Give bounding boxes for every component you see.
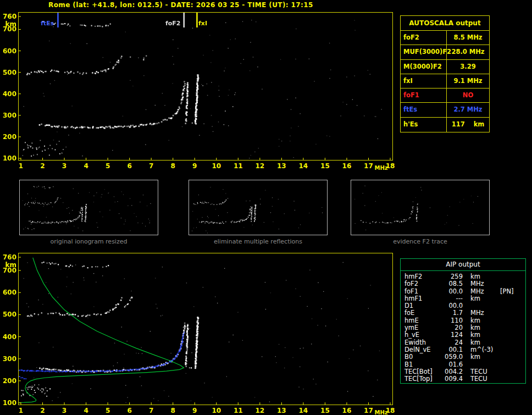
aip-param-value: 00.0 bbox=[439, 288, 463, 295]
aip-param-name: ymE bbox=[404, 324, 439, 331]
autoscala-row: foF28.5 MHz bbox=[401, 31, 489, 45]
aip-param-name: TEC[Bot] bbox=[404, 368, 439, 375]
aip-param-name: hmF2 bbox=[404, 273, 439, 280]
autoscala-row: h'Es117 km bbox=[401, 118, 489, 132]
autoscala-param-value: 28.0 MHz bbox=[447, 45, 489, 59]
aip-param-unit: km bbox=[463, 273, 496, 280]
aip-row: B101.6 bbox=[404, 361, 525, 368]
thumb-f2-trace bbox=[351, 180, 490, 235]
thumb-no-multiples-canvas bbox=[189, 180, 327, 235]
autoscala-param-value: 3.29 bbox=[447, 60, 489, 74]
autoscala-param-label: M(3000)F2 bbox=[401, 60, 447, 74]
xtick-label: 8 bbox=[167, 162, 180, 170]
aip-row: TEC[Bot]004.2TECU bbox=[404, 368, 525, 375]
aip-param-value: 24 bbox=[439, 339, 463, 346]
aip-param-unit bbox=[463, 361, 496, 368]
xtick-label: 3 bbox=[58, 407, 71, 414]
ytick-label: 400 bbox=[1, 90, 16, 98]
aip-param-value: 110 bbox=[439, 317, 463, 324]
aip-param-value: 009.4 bbox=[439, 375, 463, 383]
aip-header: AIP output bbox=[401, 259, 525, 271]
aip-param-extra bbox=[496, 339, 525, 346]
thumb-original-canvas bbox=[20, 180, 158, 235]
xtick-label: 13 bbox=[275, 162, 288, 170]
aip-param-unit: TECU bbox=[463, 375, 496, 383]
autoscala-rows: foF28.5 MHzMUF(3000)F228.0 MHzM(3000)F23… bbox=[401, 31, 489, 132]
aip-row: Ewidth24km bbox=[404, 339, 525, 346]
x-unit-label: MHz bbox=[374, 410, 390, 415]
ytick-label: 200 bbox=[1, 133, 16, 141]
bottom-ionogram-canvas bbox=[19, 253, 392, 405]
aip-param-extra bbox=[496, 331, 525, 339]
autoscala-param-value: 2.7 MHz bbox=[447, 103, 489, 117]
xtick-label: 4 bbox=[80, 407, 93, 414]
aip-param-name: TEC[Top] bbox=[404, 375, 439, 383]
aip-param-value: 20 bbox=[439, 324, 463, 331]
aip-param-unit: m^(-3) bbox=[463, 346, 496, 353]
ytick-label: 100 bbox=[1, 399, 16, 407]
y-unit-label: km bbox=[1, 20, 16, 28]
autoscala-row: MUF(3000)F228.0 MHz bbox=[401, 45, 489, 59]
ytick-label: 760 bbox=[1, 13, 16, 20]
foF2-marker-label: foF2 bbox=[165, 20, 182, 27]
aip-row: ymE20km bbox=[404, 324, 525, 331]
aip-row: foF100.0MHz[PN] bbox=[404, 288, 525, 295]
xtick-label: 1 bbox=[14, 407, 27, 414]
aip-param-name: B1 bbox=[404, 361, 439, 368]
autoscala-param-label: ftEs bbox=[401, 103, 447, 117]
xtick-label: 7 bbox=[145, 162, 158, 170]
xtick-label: 15 bbox=[318, 407, 331, 414]
aip-param-extra bbox=[496, 361, 525, 368]
thumb-f2-trace-canvas bbox=[351, 180, 489, 235]
aip-param-unit: TECU bbox=[463, 368, 496, 375]
xtick-label: 17 bbox=[362, 407, 375, 414]
aip-param-name: DelN_vE bbox=[404, 346, 439, 353]
autoscala-table-header: AUTOSCALA output bbox=[401, 16, 489, 31]
x-unit-label: MHz bbox=[374, 165, 390, 171]
autoscala-param-value: 117 km bbox=[447, 118, 489, 132]
aip-param-value: 00.0 bbox=[439, 302, 463, 309]
aip-param-unit: km bbox=[463, 353, 496, 361]
aip-param-name: D1 bbox=[404, 302, 439, 309]
aip-param-unit: MHz bbox=[463, 280, 496, 287]
autoscala-output-table: AUTOSCALA output foF28.5 MHzMUF(3000)F22… bbox=[400, 15, 490, 132]
aip-param-extra bbox=[496, 273, 525, 280]
xtick-label: 12 bbox=[253, 162, 267, 170]
xtick-label: 11 bbox=[231, 407, 245, 414]
aip-param-extra bbox=[496, 346, 525, 353]
aip-param-name: h_vE bbox=[404, 331, 439, 339]
aip-param-name: foF2 bbox=[404, 280, 439, 287]
aip-rows: hmF2259kmfoF208.5MHzfoF100.0MHz[PN]hmF1-… bbox=[401, 271, 525, 383]
xtick-label: 16 bbox=[340, 407, 353, 414]
thumb-no-multiples bbox=[189, 180, 328, 235]
aip-param-extra bbox=[496, 353, 525, 361]
aip-param-name: hmE bbox=[404, 317, 439, 324]
bottom-ionogram-plot bbox=[18, 253, 393, 405]
aip-param-extra: [PN] bbox=[496, 288, 525, 295]
aip-param-unit: km bbox=[463, 295, 496, 302]
autoscala-param-label: foF1 bbox=[401, 88, 447, 102]
ytick-label: 600 bbox=[1, 289, 16, 296]
autoscala-row: fxI9.1 MHz bbox=[401, 74, 489, 88]
xtick-label: 10 bbox=[210, 407, 223, 414]
aip-row: hmF2259km bbox=[404, 273, 525, 280]
aip-param-extra bbox=[496, 295, 525, 302]
xtick-label: 14 bbox=[297, 162, 310, 170]
autoscala-app: Rome (lat: +41.8, lon: 012.5) - DATE: 20… bbox=[0, 0, 532, 415]
aip-row: DelN_vE00.1m^(-3) bbox=[404, 346, 525, 353]
xtick-label: 13 bbox=[275, 407, 288, 414]
aip-param-unit: MHz bbox=[463, 288, 496, 295]
aip-param-extra bbox=[496, 375, 525, 383]
aip-param-value: 00.1 bbox=[439, 346, 463, 353]
ytick-label: 300 bbox=[1, 112, 16, 119]
ytick-label: 760 bbox=[1, 253, 16, 261]
ytick-label: 600 bbox=[1, 47, 16, 55]
aip-param-extra bbox=[496, 309, 525, 317]
aip-param-extra bbox=[496, 324, 525, 331]
aip-row: h_vE124km bbox=[404, 331, 525, 339]
aip-param-name: Ewidth bbox=[404, 339, 439, 346]
aip-param-extra bbox=[496, 280, 525, 287]
aip-param-value: 01.6 bbox=[439, 361, 463, 368]
aip-param-unit: km bbox=[463, 339, 496, 346]
aip-param-name: foF1 bbox=[404, 288, 439, 295]
